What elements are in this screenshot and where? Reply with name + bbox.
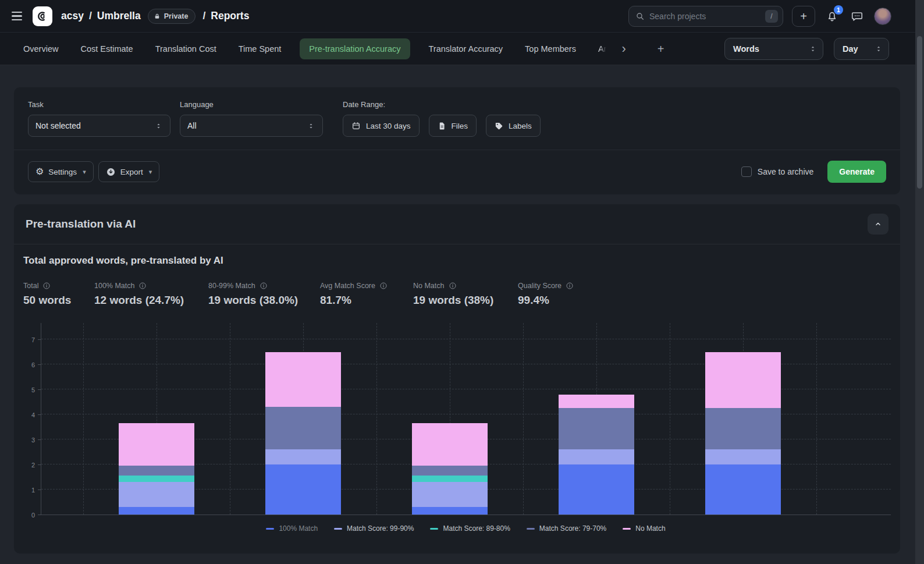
bar-segment <box>265 464 341 515</box>
bar <box>705 352 781 515</box>
bar-segment <box>412 482 488 507</box>
download-icon <box>106 167 116 177</box>
chart-plot <box>41 323 891 515</box>
add-tab-button[interactable]: + <box>658 43 664 55</box>
save-to-archive-label[interactable]: Save to archive <box>758 167 814 176</box>
bar-segment <box>705 352 781 409</box>
messages-button[interactable] <box>849 8 865 24</box>
tabs-scroll-right-icon[interactable]: › <box>620 42 627 55</box>
tab-translator-accuracy[interactable]: Translator Accuracy <box>429 44 503 54</box>
task-filter-group: Task Not selected <box>28 100 170 137</box>
language-label: Language <box>180 100 323 109</box>
v-gridline <box>670 323 670 515</box>
gear-icon: ⚙ <box>35 167 44 176</box>
tab-cost-estimate[interactable]: Cost Estimate <box>80 44 133 54</box>
legend-item[interactable]: Match Score: 79-70% <box>527 524 606 533</box>
generate-button[interactable]: Generate <box>827 161 886 183</box>
y-tick-label: 4 <box>31 412 35 418</box>
scrollbar-track[interactable] <box>915 0 924 564</box>
files-filter-label: Files <box>452 122 468 130</box>
task-label: Task <box>28 100 170 109</box>
bar <box>412 423 488 515</box>
save-to-archive-checkbox[interactable] <box>741 166 752 177</box>
date-range-button[interactable]: Last 30 days <box>343 115 420 137</box>
y-tick-label: 1 <box>31 487 35 494</box>
legend-item[interactable]: Match Score: 99-90% <box>334 524 414 533</box>
scrollbar-thumb[interactable] <box>917 36 922 189</box>
export-button[interactable]: Export ▾ <box>98 161 160 182</box>
tab-translation-cost[interactable]: Translation Cost <box>155 44 216 54</box>
stacked-bar-chart: 01234567 <box>23 323 891 515</box>
tab-overview[interactable]: Overview <box>23 44 58 54</box>
labels-filter-button[interactable]: Labels <box>486 115 541 137</box>
app-logo[interactable] <box>33 6 52 26</box>
legend-item[interactable]: No Match <box>623 524 665 533</box>
info-icon[interactable] <box>379 282 388 290</box>
bar-segment <box>559 449 634 464</box>
section-title: Total approved words, pre-translated by … <box>23 255 891 267</box>
tab-truncated[interactable]: Ar <box>598 44 607 54</box>
stat-label: 100% Match <box>94 282 134 290</box>
card-title: Pre-translation via AI <box>26 218 136 230</box>
privacy-badge: Private <box>148 9 196 24</box>
task-select[interactable]: Not selected <box>28 115 170 137</box>
info-icon[interactable] <box>449 282 457 290</box>
chart-legend: 100% MatchMatch Score: 99-90%Match Score… <box>23 524 891 533</box>
search-box[interactable]: / <box>628 6 783 27</box>
bar-segment <box>559 464 634 515</box>
period-select[interactable]: Day <box>834 38 889 60</box>
search-input[interactable] <box>649 12 760 21</box>
logo-icon <box>35 9 49 23</box>
create-project-button[interactable]: + <box>792 6 815 27</box>
breadcrumb-account[interactable]: acsy <box>61 10 84 22</box>
breadcrumb-project[interactable]: Umbrella <box>97 10 141 22</box>
breadcrumb: acsy / Umbrella Private / Reports <box>61 9 249 24</box>
card-body: Total approved words, pre-translated by … <box>14 244 900 533</box>
stat-label: Avg Match Score <box>320 282 375 290</box>
bar-segment <box>412 466 488 476</box>
tab-time-spent[interactable]: Time Spent <box>239 44 282 54</box>
info-icon[interactable] <box>260 282 268 290</box>
topbar-actions: / + 1 <box>628 6 891 27</box>
export-button-label: Export <box>120 168 143 176</box>
tab-top-members[interactable]: Top Members <box>525 44 576 54</box>
date-range-group: Date Range: Last 30 days <box>343 100 541 137</box>
stat-label: 80-99% Match <box>208 282 255 290</box>
h-gridline <box>41 339 891 339</box>
caret-down-icon: ▾ <box>83 168 86 176</box>
y-tick-label: 2 <box>31 462 35 469</box>
updown-icon <box>874 44 883 54</box>
unit-select[interactable]: Words <box>724 38 823 60</box>
y-axis-labels: 01234567 <box>23 323 41 515</box>
caret-down-icon: ▾ <box>149 168 152 176</box>
stat-label: Quality Score <box>518 282 561 290</box>
stat-value: 99.4% <box>518 294 574 307</box>
bar-segment <box>265 449 341 464</box>
bar-segment <box>119 423 194 466</box>
breadcrumb-separator: / <box>202 10 205 22</box>
stat-100-match: 100% Match 12 words (24.7%) <box>94 282 208 307</box>
notifications-count-badge: 1 <box>834 5 843 15</box>
user-avatar[interactable] <box>874 8 891 25</box>
files-filter-button[interactable]: Files <box>429 115 477 137</box>
tab-pre-translation-accuracy[interactable]: Pre-translation Accuracy <box>300 38 410 59</box>
info-icon[interactable] <box>566 282 574 290</box>
breadcrumb-page: Reports <box>211 10 249 22</box>
v-gridline <box>83 323 84 515</box>
legend-item[interactable]: Match Score: 89-80% <box>430 524 510 533</box>
legend-marker <box>266 528 274 530</box>
info-icon[interactable] <box>138 282 147 290</box>
settings-button-label: Settings <box>48 168 77 176</box>
language-select[interactable]: All <box>180 115 323 137</box>
settings-button[interactable]: ⚙ Settings ▾ <box>28 161 94 182</box>
v-gridline <box>230 323 230 515</box>
privacy-badge-label: Private <box>164 12 189 20</box>
notifications-button[interactable]: 1 <box>824 8 840 24</box>
date-range-label: Date Range: <box>343 100 541 109</box>
info-icon[interactable] <box>42 282 51 290</box>
menu-icon[interactable] <box>10 10 23 22</box>
collapse-card-button[interactable] <box>868 214 889 235</box>
stat-no-match: No Match 19 words (38%) <box>413 282 518 307</box>
legend-item[interactable]: 100% Match <box>266 524 318 533</box>
filters-panel: Task Not selected Language All <box>14 87 900 194</box>
